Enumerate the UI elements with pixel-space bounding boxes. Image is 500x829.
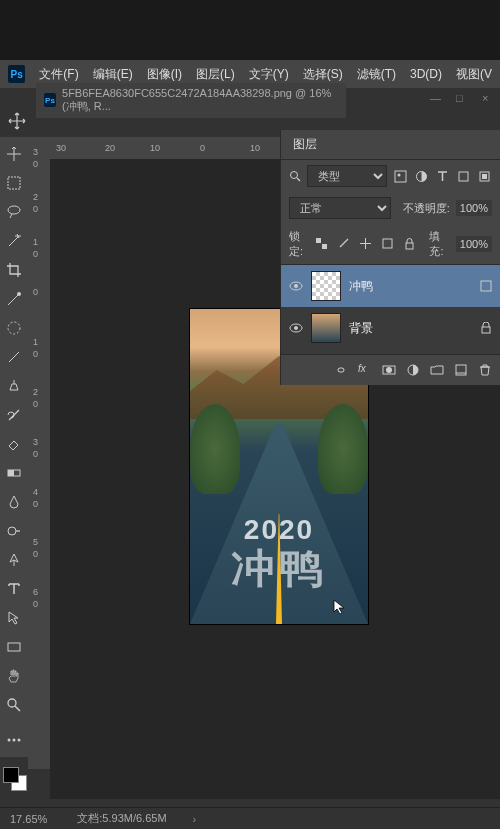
rectangle-tool[interactable] xyxy=(3,636,25,658)
layers-list: 冲鸭 背景 xyxy=(281,265,500,355)
search-icon xyxy=(289,170,301,182)
menu-select[interactable]: 选择(S) xyxy=(303,66,343,83)
window-controls: — □ × xyxy=(422,88,500,106)
options-bar xyxy=(8,112,26,134)
layer-advanced-icon[interactable] xyxy=(480,280,492,292)
healing-brush-tool[interactable] xyxy=(3,317,25,339)
move-tool[interactable] xyxy=(3,143,25,165)
ruler-v-tick: 2 xyxy=(33,192,38,202)
svg-point-3 xyxy=(8,322,20,334)
hand-tool[interactable] xyxy=(3,665,25,687)
lock-icon[interactable] xyxy=(480,322,492,334)
menu-type[interactable]: 文字(Y) xyxy=(249,66,289,83)
document-size-text: 文档:5.93M/6.65M xyxy=(77,811,166,826)
marquee-tool[interactable] xyxy=(3,172,25,194)
chevron-right-icon[interactable]: › xyxy=(193,813,197,825)
adjustment-icon[interactable] xyxy=(406,363,420,377)
close-icon[interactable]: × xyxy=(482,92,492,102)
filter-shape-icon[interactable] xyxy=(456,169,471,184)
menu-view[interactable]: 视图(V xyxy=(456,66,492,83)
layer-thumbnail[interactable] xyxy=(311,271,341,301)
edit-toolbar[interactable] xyxy=(3,729,25,751)
layer-item[interactable]: 背景 xyxy=(281,307,500,349)
document-tab[interactable]: Ps 5FB6FEA8630FC655C2472A184AA38298.png … xyxy=(36,83,346,118)
path-select-tool[interactable] xyxy=(3,607,25,629)
lock-position-icon[interactable] xyxy=(359,237,373,251)
visibility-icon[interactable] xyxy=(289,321,303,335)
minimize-icon[interactable]: — xyxy=(430,92,440,102)
filter-pixel-icon[interactable] xyxy=(393,169,408,184)
maximize-icon[interactable]: □ xyxy=(456,92,466,102)
type-tool[interactable] xyxy=(3,578,25,600)
ruler-vertical: 3 0 2 0 1 0 0 1 0 2 0 3 0 4 0 5 0 6 0 xyxy=(28,137,50,769)
brush-tool[interactable] xyxy=(3,346,25,368)
mask-icon[interactable] xyxy=(382,363,396,377)
tab-title: 5FB6FEA8630FC655C2472A184AA38298.png @ 1… xyxy=(62,87,338,114)
ruler-h-tick: 30 xyxy=(56,143,66,153)
ruler-v-tick: 4 xyxy=(33,487,38,497)
ruler-v-tick: 0 xyxy=(33,159,38,169)
layer-name[interactable]: 冲鸭 xyxy=(349,278,472,295)
svg-point-27 xyxy=(294,326,298,330)
ruler-h-tick: 0 xyxy=(200,143,205,153)
filter-type-icon[interactable] xyxy=(435,169,450,184)
link-icon[interactable] xyxy=(334,363,348,377)
lock-all-icon[interactable] xyxy=(403,237,417,251)
layers-tab[interactable]: 图层 xyxy=(281,130,500,160)
image-trees-left xyxy=(190,404,240,494)
zoom-tool[interactable] xyxy=(3,694,25,716)
menu-filter[interactable]: 滤镜(T) xyxy=(357,66,396,83)
pen-tool[interactable] xyxy=(3,549,25,571)
fx-icon[interactable]: fx xyxy=(358,363,372,377)
menu-file[interactable]: 文件(F) xyxy=(39,66,78,83)
ruler-v-tick: 1 xyxy=(33,237,38,247)
ruler-v-tick: 0 xyxy=(33,349,38,359)
trash-icon[interactable] xyxy=(478,363,492,377)
lock-artboard-icon[interactable] xyxy=(381,237,395,251)
opacity-label: 不透明度: xyxy=(403,201,450,216)
ruler-h-tick: 20 xyxy=(105,143,115,153)
menu-layer[interactable]: 图层(L) xyxy=(196,66,235,83)
fill-value[interactable]: 100% xyxy=(456,236,492,252)
lasso-tool[interactable] xyxy=(3,201,25,223)
foreground-color[interactable] xyxy=(3,767,19,783)
crop-tool[interactable] xyxy=(3,259,25,281)
history-brush-tool[interactable] xyxy=(3,404,25,426)
layer-name[interactable]: 背景 xyxy=(349,320,472,337)
group-icon[interactable] xyxy=(430,363,444,377)
tab-ps-icon: Ps xyxy=(44,93,56,107)
magic-wand-tool[interactable] xyxy=(3,230,25,252)
blur-tool[interactable] xyxy=(3,491,25,513)
cursor-icon xyxy=(332,599,348,619)
layer-item[interactable]: 冲鸭 xyxy=(281,265,500,307)
filter-adjust-icon[interactable] xyxy=(414,169,429,184)
menu-image[interactable]: 图像(I) xyxy=(147,66,182,83)
svg-point-1 xyxy=(8,206,20,214)
tools-panel xyxy=(0,137,28,757)
layer-thumbnail[interactable] xyxy=(311,313,341,343)
menu-3d[interactable]: 3D(D) xyxy=(410,67,442,81)
lock-transparent-icon[interactable] xyxy=(315,237,329,251)
zoom-level[interactable]: 17.65% xyxy=(10,813,47,825)
eyedropper-tool[interactable] xyxy=(3,288,25,310)
ruler-h-tick: 10 xyxy=(250,143,260,153)
new-layer-icon[interactable] xyxy=(454,363,468,377)
blend-row: 正常 不透明度: 100% xyxy=(281,192,500,224)
opacity-value[interactable]: 100% xyxy=(456,200,492,216)
svg-point-11 xyxy=(18,739,21,742)
menu-edit[interactable]: 编辑(E) xyxy=(93,66,133,83)
visibility-icon[interactable] xyxy=(289,279,303,293)
color-swatches[interactable] xyxy=(3,767,27,791)
blend-mode-select[interactable]: 正常 xyxy=(289,197,391,219)
svg-point-9 xyxy=(8,739,11,742)
svg-rect-20 xyxy=(322,244,327,249)
lock-paint-icon[interactable] xyxy=(337,237,351,251)
dodge-tool[interactable] xyxy=(3,520,25,542)
clone-stamp-tool[interactable] xyxy=(3,375,25,397)
eraser-tool[interactable] xyxy=(3,433,25,455)
gradient-tool[interactable] xyxy=(3,462,25,484)
filter-smart-icon[interactable] xyxy=(477,169,492,184)
document-size[interactable]: 文档:5.93M/6.65M › xyxy=(77,811,196,826)
svg-rect-19 xyxy=(316,238,321,243)
filter-select[interactable]: 类型 xyxy=(307,165,387,187)
